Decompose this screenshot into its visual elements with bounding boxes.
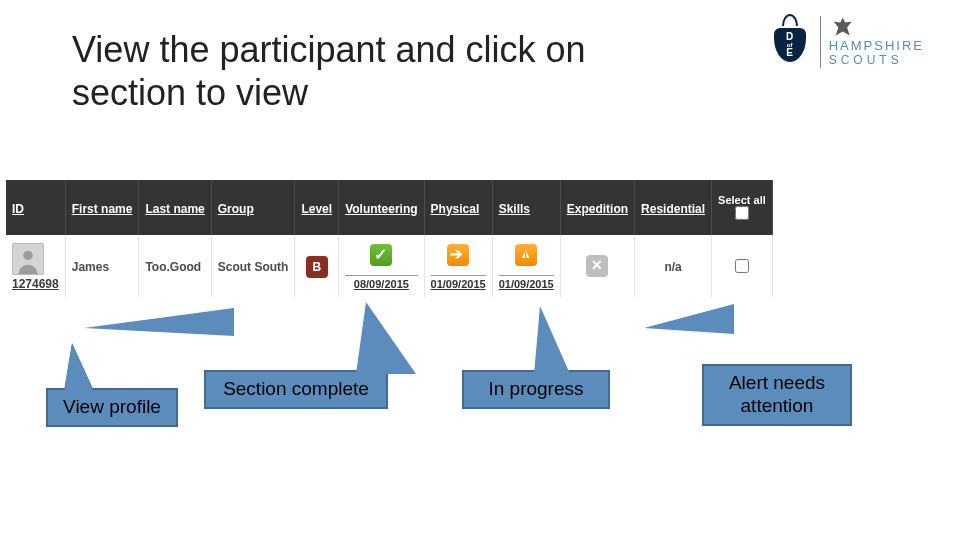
col-select-all: Select all	[712, 180, 773, 235]
col-physical[interactable]: Physical	[424, 180, 492, 235]
avatar-icon[interactable]	[12, 243, 44, 275]
scouts-text-top: HAMPSHIRE	[829, 38, 924, 53]
check-icon	[370, 244, 392, 266]
level-badge-icon: B	[306, 256, 328, 278]
callout-alert: Alert needs attention	[702, 364, 852, 426]
scouts-text-bot: SCOUTS	[829, 53, 903, 67]
col-first-name[interactable]: First name	[65, 180, 139, 235]
cell-id: 1274698	[6, 235, 65, 297]
physical-date: 01/09/2015	[431, 275, 486, 290]
cell-skills[interactable]: 01/09/2015	[492, 235, 560, 297]
logo-divider	[820, 16, 821, 68]
volunteering-date: 08/09/2015	[345, 275, 417, 290]
col-volunteering[interactable]: Volunteering	[339, 180, 424, 235]
col-skills[interactable]: Skills	[492, 180, 560, 235]
cell-select	[712, 235, 773, 297]
callout-in-progress: In progress	[462, 370, 610, 409]
dofe-e: E	[786, 48, 793, 58]
not-started-icon	[586, 255, 608, 277]
cell-residential: n/a	[635, 235, 712, 297]
slide-title: View the participant and click on sectio…	[72, 28, 632, 114]
cell-group: Scout South	[211, 235, 295, 297]
callout-view-profile: View profile	[46, 388, 178, 427]
callout-label: Section complete	[223, 378, 369, 399]
scouts-logo: HAMPSHIRE SCOUTS	[829, 18, 924, 67]
table-header-row: ID First name Last name Group Level Volu…	[6, 180, 772, 235]
callout-label: View profile	[63, 396, 161, 417]
select-all-checkbox[interactable]	[735, 206, 749, 220]
participant-id-link[interactable]: 1274698	[12, 277, 59, 291]
skills-date: 01/09/2015	[499, 275, 554, 290]
col-residential[interactable]: Residential	[635, 180, 712, 235]
cell-level[interactable]: B	[295, 235, 339, 297]
callout-label: In progress	[488, 378, 583, 399]
cell-physical[interactable]: 01/09/2015	[424, 235, 492, 297]
in-progress-icon	[447, 244, 469, 266]
col-level[interactable]: Level	[295, 180, 339, 235]
col-id[interactable]: ID	[6, 180, 65, 235]
alert-icon	[515, 244, 537, 266]
dofe-d: D	[786, 32, 793, 42]
cell-expedition[interactable]	[560, 235, 634, 297]
fleur-icon	[833, 18, 853, 38]
svg-point-0	[23, 251, 32, 260]
table-row: 1274698 James Too.Good Scout South B 08/…	[6, 235, 772, 297]
logo-area: D of E HAMPSHIRE SCOUTS	[768, 14, 924, 70]
cell-volunteering[interactable]: 08/09/2015	[339, 235, 424, 297]
callout-section-complete: Section complete	[204, 370, 388, 409]
col-last-name[interactable]: Last name	[139, 180, 211, 235]
col-expedition[interactable]: Expedition	[560, 180, 634, 235]
dofe-logo: D of E	[768, 14, 812, 70]
row-select-checkbox[interactable]	[735, 259, 749, 273]
participant-table: ID First name Last name Group Level Volu…	[6, 180, 773, 297]
col-group[interactable]: Group	[211, 180, 295, 235]
callout-label: Alert needs attention	[729, 372, 825, 416]
cell-first-name: James	[65, 235, 139, 297]
cell-last-name: Too.Good	[139, 235, 211, 297]
